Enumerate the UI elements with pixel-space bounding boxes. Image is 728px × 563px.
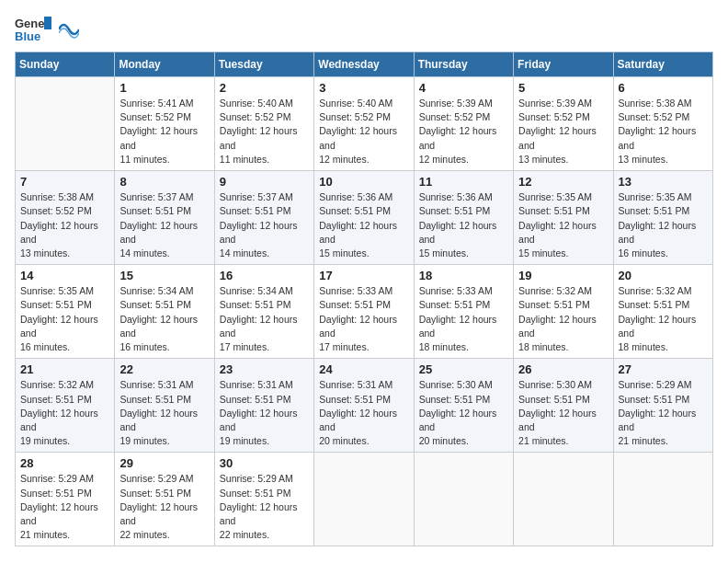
calendar-cell: 7Sunrise: 5:38 AMSunset: 5:52 PMDaylight… [16,171,115,265]
calendar-cell: 24Sunrise: 5:31 AMSunset: 5:51 PMDayligh… [314,359,414,453]
calendar-cell [514,453,613,546]
day-number: 25 [419,362,508,376]
day-number: 21 [20,362,109,376]
day-info: Sunrise: 5:31 AMSunset: 5:51 PMDaylight:… [220,378,309,448]
day-info: Sunrise: 5:29 AMSunset: 5:51 PMDaylight:… [119,472,209,542]
day-of-week-sunday: Sunday [16,52,115,77]
calendar-cell: 8Sunrise: 5:37 AMSunset: 5:51 PMDaylight… [115,171,214,265]
day-info: Sunrise: 5:29 AMSunset: 5:51 PMDaylight:… [20,472,109,542]
calendar-cell: 15Sunrise: 5:34 AMSunset: 5:51 PMDayligh… [115,265,214,359]
calendar-cell: 18Sunrise: 5:33 AMSunset: 5:51 PMDayligh… [414,265,513,359]
day-number: 17 [319,269,408,282]
day-number: 1 [119,81,209,95]
day-number: 16 [220,269,309,282]
calendar-table: SundayMondayTuesdayWednesdayThursdayFrid… [15,52,713,546]
day-info: Sunrise: 5:39 AMSunset: 5:52 PMDaylight:… [518,97,608,167]
calendar-cell: 16Sunrise: 5:34 AMSunset: 5:51 PMDayligh… [214,265,313,359]
day-info: Sunrise: 5:30 AMSunset: 5:51 PMDaylight:… [518,378,608,448]
day-number: 13 [619,175,708,189]
day-info: Sunrise: 5:35 AMSunset: 5:51 PMDaylight:… [518,190,608,260]
day-info: Sunrise: 5:34 AMSunset: 5:51 PMDaylight:… [119,284,209,354]
day-number: 8 [119,175,209,189]
day-number: 26 [518,362,608,376]
calendar-cell [414,453,513,546]
day-number: 9 [220,175,309,189]
day-info: Sunrise: 5:31 AMSunset: 5:51 PMDaylight:… [319,378,408,448]
day-info: Sunrise: 5:32 AMSunset: 5:51 PMDaylight:… [20,378,109,448]
day-number: 4 [419,81,508,95]
day-number: 5 [518,81,608,95]
day-of-week-friday: Friday [514,52,613,77]
header: General Blue [15,15,713,44]
calendar-cell [613,453,712,546]
day-number: 30 [220,456,309,470]
day-info: Sunrise: 5:38 AMSunset: 5:52 PMDaylight:… [619,97,708,167]
calendar-cell: 30Sunrise: 5:29 AMSunset: 5:51 PMDayligh… [214,453,313,546]
day-number: 3 [319,81,408,95]
calendar-cell: 3Sunrise: 5:40 AMSunset: 5:52 PMDaylight… [314,77,414,171]
day-info: Sunrise: 5:33 AMSunset: 5:51 PMDaylight:… [319,284,408,354]
day-number: 15 [119,269,209,282]
calendar-cell: 14Sunrise: 5:35 AMSunset: 5:51 PMDayligh… [16,265,115,359]
svg-marker-2 [44,17,51,29]
calendar-week-3: 14Sunrise: 5:35 AMSunset: 5:51 PMDayligh… [16,265,713,359]
calendar-cell: 4Sunrise: 5:39 AMSunset: 5:52 PMDaylight… [414,77,513,171]
day-number: 18 [419,269,508,282]
calendar-cell: 27Sunrise: 5:29 AMSunset: 5:51 PMDayligh… [613,359,712,453]
day-info: Sunrise: 5:31 AMSunset: 5:51 PMDaylight:… [119,378,209,448]
calendar-cell: 1Sunrise: 5:41 AMSunset: 5:52 PMDaylight… [115,77,214,171]
day-info: Sunrise: 5:41 AMSunset: 5:52 PMDaylight:… [119,97,209,167]
svg-text:Blue: Blue [15,29,40,43]
day-number: 19 [518,269,608,282]
day-number: 7 [20,175,109,189]
day-number: 28 [20,456,109,470]
day-info: Sunrise: 5:29 AMSunset: 5:51 PMDaylight:… [220,472,309,542]
calendar-week-4: 21Sunrise: 5:32 AMSunset: 5:51 PMDayligh… [16,359,713,453]
calendar-cell: 22Sunrise: 5:31 AMSunset: 5:51 PMDayligh… [115,359,214,453]
calendar-cell: 5Sunrise: 5:39 AMSunset: 5:52 PMDaylight… [514,77,613,171]
day-info: Sunrise: 5:34 AMSunset: 5:51 PMDaylight:… [220,284,309,354]
day-info: Sunrise: 5:35 AMSunset: 5:51 PMDaylight:… [20,284,109,354]
calendar-cell: 2Sunrise: 5:40 AMSunset: 5:52 PMDaylight… [214,77,313,171]
calendar-cell: 17Sunrise: 5:33 AMSunset: 5:51 PMDayligh… [314,265,414,359]
day-info: Sunrise: 5:30 AMSunset: 5:51 PMDaylight:… [419,378,508,448]
calendar-cell: 23Sunrise: 5:31 AMSunset: 5:51 PMDayligh… [214,359,313,453]
day-info: Sunrise: 5:37 AMSunset: 5:51 PMDaylight:… [220,190,309,260]
calendar-week-2: 7Sunrise: 5:38 AMSunset: 5:52 PMDaylight… [16,171,713,265]
day-number: 22 [119,362,209,376]
calendar-cell: 9Sunrise: 5:37 AMSunset: 5:51 PMDaylight… [214,171,313,265]
calendar-header: SundayMondayTuesdayWednesdayThursdayFrid… [16,52,713,77]
calendar-cell: 21Sunrise: 5:32 AMSunset: 5:51 PMDayligh… [16,359,115,453]
day-info: Sunrise: 5:33 AMSunset: 5:51 PMDaylight:… [419,284,508,354]
calendar-week-5: 28Sunrise: 5:29 AMSunset: 5:51 PMDayligh… [16,453,713,546]
calendar-cell: 20Sunrise: 5:32 AMSunset: 5:51 PMDayligh… [613,265,712,359]
day-of-week-saturday: Saturday [613,52,712,77]
day-number: 12 [518,175,608,189]
logo: General Blue [15,15,79,44]
calendar-cell: 19Sunrise: 5:32 AMSunset: 5:51 PMDayligh… [514,265,613,359]
day-info: Sunrise: 5:40 AMSunset: 5:52 PMDaylight:… [220,97,309,167]
day-of-week-tuesday: Tuesday [214,52,313,77]
day-info: Sunrise: 5:38 AMSunset: 5:52 PMDaylight:… [20,190,109,260]
calendar-cell: 29Sunrise: 5:29 AMSunset: 5:51 PMDayligh… [115,453,214,546]
day-info: Sunrise: 5:32 AMSunset: 5:51 PMDaylight:… [619,284,708,354]
calendar-cell: 26Sunrise: 5:30 AMSunset: 5:51 PMDayligh… [514,359,613,453]
calendar-cell: 12Sunrise: 5:35 AMSunset: 5:51 PMDayligh… [514,171,613,265]
day-number: 23 [220,362,309,376]
calendar-week-1: 1Sunrise: 5:41 AMSunset: 5:52 PMDaylight… [16,77,713,171]
day-of-week-wednesday: Wednesday [314,52,414,77]
calendar-cell: 6Sunrise: 5:38 AMSunset: 5:52 PMDaylight… [613,77,712,171]
day-number: 20 [619,269,708,282]
day-number: 14 [20,269,109,282]
calendar-cell: 13Sunrise: 5:35 AMSunset: 5:51 PMDayligh… [613,171,712,265]
day-info: Sunrise: 5:36 AMSunset: 5:51 PMDaylight:… [419,190,508,260]
day-number: 27 [619,362,708,376]
calendar-cell [314,453,414,546]
day-number: 29 [119,456,209,470]
day-info: Sunrise: 5:36 AMSunset: 5:51 PMDaylight:… [319,190,408,260]
day-info: Sunrise: 5:40 AMSunset: 5:52 PMDaylight:… [319,97,408,167]
day-of-week-thursday: Thursday [414,52,513,77]
day-info: Sunrise: 5:39 AMSunset: 5:52 PMDaylight:… [419,97,508,167]
day-number: 6 [619,81,708,95]
day-number: 2 [220,81,309,95]
